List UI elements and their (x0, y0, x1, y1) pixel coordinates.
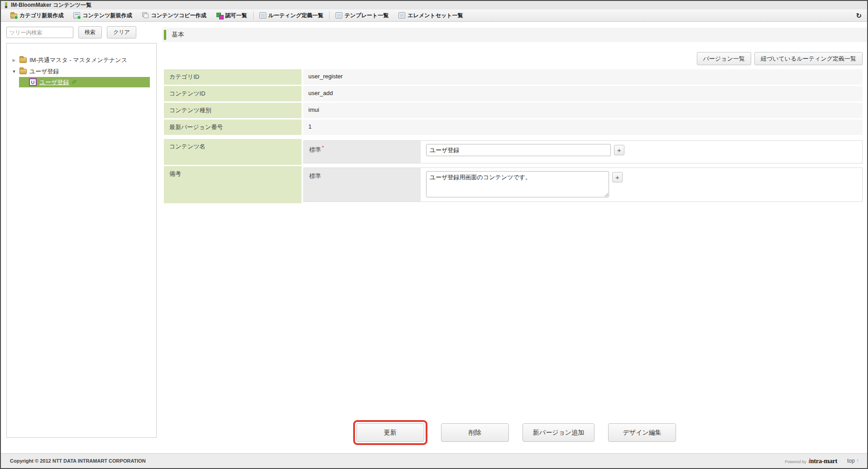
app-window: IM-BloomMaker コンテンツ一覧 カテゴリ新規作成 コンテンツ新規作成… (0, 0, 868, 469)
toolbar: カテゴリ新規作成 コンテンツ新規作成 コンテンツコピー作成 認可一覧 ルーティン… (1, 10, 867, 22)
tree-node-link[interactable]: ユーザ登録 (39, 78, 69, 86)
folder-add-icon (10, 14, 17, 19)
tree-node-user-register-category[interactable]: ▼ ユーザ登録 (7, 66, 156, 77)
add-locale-button[interactable]: + (614, 145, 624, 155)
nested-field: 標準* + (303, 140, 863, 163)
toolbar-item-label: 認可一覧 (225, 12, 247, 19)
powered-by-label: Powered by (785, 459, 806, 464)
content-detail-form: カテゴリID user_register コンテンツID user_add コン… (164, 69, 863, 203)
form-row-content-type: コンテンツ種別 imui (164, 103, 863, 118)
back-to-top-link[interactable]: top ↑ (847, 458, 859, 464)
section-header: 基本 (162, 28, 867, 42)
footer-right: Powered by intra-mart top ↑ (785, 457, 859, 465)
field-label: コンテンツ種別 (164, 103, 302, 118)
main-body: バージョン一覧 紐づいているルーティング定義一覧 カテゴリID user_reg… (162, 42, 867, 453)
tree-node-label: ユーザ登録 (29, 67, 59, 76)
add-version-button[interactable]: 新バージョン追加 (523, 423, 595, 442)
list-icon (398, 12, 405, 19)
imui-content-type-icon: U (29, 78, 37, 86)
search-button[interactable]: 検索 (78, 26, 102, 38)
clear-button[interactable]: クリア (107, 26, 136, 38)
field-value: user_register (303, 69, 863, 85)
toolbar-item-elementset-list[interactable]: エレメントセット一覧 (393, 10, 468, 21)
form-row-content-id: コンテンツID user_add (164, 86, 863, 101)
copyright-text: Copyright © 2012 NTT DATA INTRAMART CORP… (10, 458, 146, 464)
toolbar-item-label: コンテンツコピー作成 (151, 12, 206, 19)
design-edit-button[interactable]: デザイン編集 (608, 423, 676, 442)
folder-icon (19, 69, 27, 74)
content-add-icon (73, 12, 80, 19)
field-label: 備考 (164, 166, 302, 203)
title-bar: IM-BloomMaker コンテンツ一覧 (1, 1, 867, 10)
version-list-button[interactable]: バージョン一覧 (697, 52, 751, 65)
field-value: imui (303, 103, 863, 118)
required-mark: * (322, 145, 324, 150)
toolbar-item-authorization-list[interactable]: 認可一覧 (211, 10, 252, 21)
form-row-category-id: カテゴリID user_register (164, 69, 863, 85)
toolbar-item-copy-content[interactable]: コンテンツコピー作成 (137, 10, 211, 21)
toolbar-separator (329, 11, 330, 19)
annotation-highlight-box: 更新 (353, 420, 427, 445)
update-button[interactable]: 更新 (356, 423, 424, 442)
folder-icon (19, 57, 27, 63)
section-title: 基本 (172, 31, 184, 39)
section-accent-bar (164, 30, 166, 40)
toolbar-item-create-content[interactable]: コンテンツ新規作成 (68, 10, 137, 21)
page-title: IM-BloomMaker コンテンツ一覧 (11, 1, 91, 9)
list-icon (336, 12, 342, 19)
form-row-remarks: 備考 標準 ユーザ登録用画面のコンテンツです。 + (164, 166, 863, 203)
powered-by: Powered by intra-mart (785, 457, 837, 465)
footer: Copyright © 2012 NTT DATA INTRAMART CORP… (1, 453, 867, 468)
field-label: コンテンツ名 (164, 139, 302, 165)
bottom-actions: 更新 削除 新バージョン追加 デザイン編集 (162, 420, 867, 445)
add-locale-button[interactable]: + (612, 172, 623, 182)
authorization-cubes-icon (216, 12, 223, 19)
tree-node-master-maintenance[interactable]: ▶ IM-共通マスタ - マスタメンテナンス (7, 54, 156, 66)
content-name-input[interactable] (426, 144, 611, 156)
toolbar-separator (253, 11, 254, 19)
toolbar-item-label: エレメントセット一覧 (408, 12, 463, 19)
toolbar-item-routing-list[interactable]: ルーティング定義一覧 (254, 10, 328, 21)
content-area: 検索 クリア ▶ IM-共通マスタ - マスタメンテナンス ▼ ユーザ登録 U … (1, 22, 867, 453)
top-actions: バージョン一覧 紐づいているルーティング定義一覧 (164, 52, 863, 65)
refresh-icon[interactable]: ↻ (856, 12, 862, 19)
chevron-down-icon[interactable]: ▼ (11, 69, 17, 74)
page-marker-icon (5, 2, 7, 8)
field-value: 1 (303, 120, 863, 135)
tree-node-user-register-content-selected[interactable]: U ユーザ登録 ✎ (19, 77, 150, 87)
nested-field-wrap: 標準 ユーザ登録用画面のコンテンツです。 + (303, 166, 863, 203)
field-control: + (421, 141, 862, 163)
form-row-content-name: コンテンツ名 標準* + (164, 139, 863, 165)
copy-icon (142, 12, 149, 19)
top-link-label: top (847, 458, 855, 464)
toolbar-item-label: コンテンツ新規作成 (82, 12, 132, 19)
locale-label: 標準* (304, 141, 421, 163)
field-label: カテゴリID (164, 69, 302, 85)
intra-mart-logo: intra-mart (809, 457, 837, 465)
remarks-textarea[interactable]: ユーザ登録用画面のコンテンツです。 (426, 171, 609, 197)
locale-label: 標準 (304, 168, 421, 201)
main-panel: 基本 バージョン一覧 紐づいているルーティング定義一覧 カテゴリID user_… (162, 22, 867, 453)
locale-label-text: 標準 (309, 146, 321, 153)
nested-field-wrap: 標準* + (303, 139, 863, 165)
linked-routing-list-button[interactable]: 紐づいているルーティング定義一覧 (754, 52, 863, 65)
tree-search-row: 検索 クリア (6, 26, 157, 38)
toolbar-item-label: ルーティング定義一覧 (269, 12, 323, 19)
field-label: 最新バージョン番号 (164, 120, 302, 135)
form-row-latest-version: 最新バージョン番号 1 (164, 120, 863, 135)
category-tree: ▶ IM-共通マスタ - マスタメンテナンス ▼ ユーザ登録 U ユーザ登録 ✎ (6, 43, 157, 438)
list-icon (259, 12, 266, 19)
tree-node-label: IM-共通マスタ - マスタメンテナンス (29, 56, 127, 64)
toolbar-item-label: カテゴリ新規作成 (19, 12, 63, 19)
toolbar-item-template-list[interactable]: テンプレート一覧 (331, 10, 393, 21)
toolbar-item-label: テンプレート一覧 (345, 12, 388, 19)
toolbar-item-create-category[interactable]: カテゴリ新規作成 (5, 10, 68, 21)
pencil-edit-icon: ✎ (71, 78, 77, 86)
tree-search-input[interactable] (6, 27, 73, 38)
locale-label-text: 標準 (309, 172, 321, 179)
field-value: user_add (303, 86, 863, 101)
chevron-right-icon[interactable]: ▶ (11, 58, 17, 62)
delete-button[interactable]: 削除 (441, 423, 509, 442)
field-label: コンテンツID (164, 86, 302, 101)
sidebar: 検索 クリア ▶ IM-共通マスタ - マスタメンテナンス ▼ ユーザ登録 U … (1, 22, 162, 453)
